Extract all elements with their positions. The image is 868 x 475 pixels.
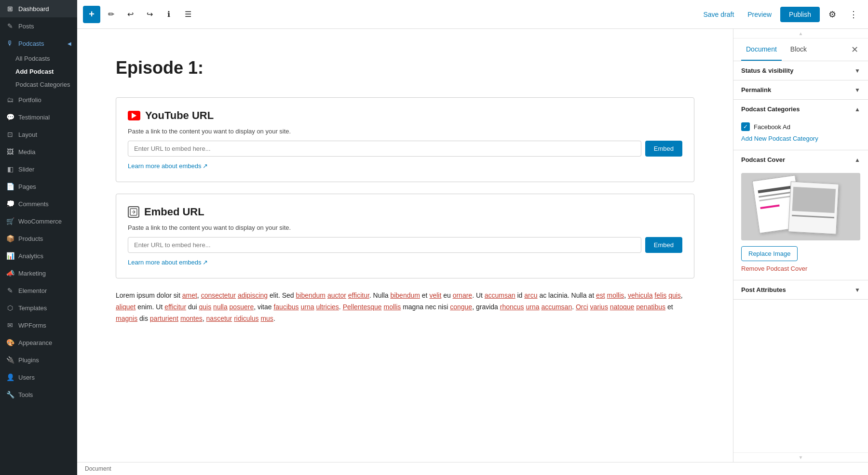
embed-url-input[interactable] xyxy=(128,237,641,253)
lorem-link-8[interactable]: velit xyxy=(429,291,441,299)
lorem-link-25[interactable]: Pellentesque xyxy=(343,303,382,311)
lorem-link-27[interactable]: congue xyxy=(450,303,472,311)
lorem-link-20[interactable]: nulla xyxy=(213,303,228,311)
youtube-embed-button[interactable]: Embed xyxy=(645,141,682,157)
settings-button[interactable]: ⚙ xyxy=(824,6,841,23)
sidebar-item-woocommerce[interactable]: 🛒 WooCommerce xyxy=(0,212,77,230)
lorem-link-6[interactable]: efficitur xyxy=(348,291,369,299)
podcast-categories-header[interactable]: Podcast Categories ▲ xyxy=(733,100,868,119)
lorem-link-29[interactable]: urna xyxy=(526,303,539,311)
sidebar-item-analytics[interactable]: 📊 Analytics xyxy=(0,247,77,264)
lorem-link-7[interactable]: bibendum xyxy=(390,291,420,299)
embed-url-button[interactable]: Embed xyxy=(645,237,682,253)
sidebar-item-appearance[interactable]: 🎨 Appearance xyxy=(0,334,77,351)
sidebar-item-portfolio[interactable]: 🗂 Portfolio xyxy=(0,91,77,108)
sidebar-item-tools[interactable]: 🔧 Tools xyxy=(0,386,77,403)
lorem-link-9[interactable]: ornare xyxy=(453,291,472,299)
sidebar-item-dashboard[interactable]: ⊞ Dashboard xyxy=(0,0,77,17)
sidebar-item-products[interactable]: 📦 Products xyxy=(0,230,77,247)
lorem-link-3[interactable]: adipiscing xyxy=(238,291,268,299)
sidebar-sub-podcast-categories[interactable]: Podcast Categories xyxy=(0,78,77,91)
sidebar-item-posts[interactable]: ✎ Posts xyxy=(0,17,77,35)
lorem-link-31[interactable]: Orci xyxy=(576,303,588,311)
podcasts-icon: 🎙 xyxy=(6,39,14,48)
lorem-link-5[interactable]: auctor xyxy=(327,291,346,299)
lorem-link-39[interactable]: ridiculus xyxy=(234,315,258,322)
sidebar-item-label: Testimonial xyxy=(18,114,50,121)
lorem-link-21[interactable]: posuere xyxy=(230,303,254,311)
lorem-link-28[interactable]: rhoncus xyxy=(500,303,524,311)
remove-podcast-cover-link[interactable]: Remove Podcast Cover xyxy=(741,265,860,272)
lorem-link-37[interactable]: montes xyxy=(180,315,203,322)
lorem-link-23[interactable]: urna xyxy=(300,303,314,311)
permalink-header[interactable]: Permalink ▼ xyxy=(733,80,868,99)
lorem-link-26[interactable]: mollis xyxy=(383,303,401,311)
lorem-link-13[interactable]: mollis xyxy=(607,291,624,299)
sidebar-sub-all-podcasts[interactable]: All Podcasts xyxy=(0,52,77,65)
lorem-link-11[interactable]: arcu xyxy=(524,291,537,299)
lorem-text-block[interactable]: Lorem ipsum dolor sit amet, consectetur … xyxy=(116,290,694,324)
sidebar-item-elementor[interactable]: ✎ Elementor xyxy=(0,282,77,299)
sidebar-item-marketing[interactable]: 📣 Marketing xyxy=(0,264,77,282)
lorem-link-14[interactable]: vehicula xyxy=(628,291,652,299)
sidebar-item-templates[interactable]: ⬡ Templates xyxy=(0,299,77,317)
lorem-link-30[interactable]: accumsan xyxy=(541,303,572,311)
lorem-link-36[interactable]: parturient xyxy=(150,315,178,322)
undo-button[interactable]: ↩ xyxy=(122,6,139,23)
lorem-link-38[interactable]: nascetur xyxy=(206,315,232,322)
editor-canvas[interactable]: Episode 1: YouTube URL Paste a link to t… xyxy=(77,29,733,462)
embed-learn-more-link[interactable]: Learn more about embeds ↗ xyxy=(128,259,208,266)
lorem-link-2[interactable]: consectetur xyxy=(201,291,236,299)
sidebar-item-slider[interactable]: ◧ Slider xyxy=(0,160,77,178)
info-button[interactable]: ℹ xyxy=(160,6,177,23)
sidebar-item-testimonial[interactable]: 💬 Testimonial xyxy=(0,108,77,126)
tab-block[interactable]: Block xyxy=(786,39,812,61)
editor-area: Episode 1: YouTube URL Paste a link to t… xyxy=(77,29,868,462)
youtube-url-input[interactable] xyxy=(128,141,641,157)
lorem-link-34[interactable]: penatibus xyxy=(636,303,665,311)
lorem-link-1[interactable]: amet xyxy=(182,291,197,299)
lorem-link-10[interactable]: accumsan xyxy=(485,291,515,299)
redo-button[interactable]: ↪ xyxy=(141,6,158,23)
youtube-learn-more-link[interactable]: Learn more about embeds ↗ xyxy=(128,162,208,170)
lorem-link-33[interactable]: natoque xyxy=(610,303,635,311)
lorem-link-35[interactable]: magnis xyxy=(116,315,137,322)
lorem-link-22[interactable]: faucibus xyxy=(273,303,298,311)
sidebar-item-media[interactable]: 🖼 Media xyxy=(0,143,77,160)
sidebar-item-wpforms[interactable]: ✉ WPForms xyxy=(0,317,77,334)
sidebar-item-comments[interactable]: 💭 Comments xyxy=(0,195,77,212)
category-label: Facebook Ad xyxy=(754,123,790,131)
sidebar-item-layout[interactable]: ⊡ Layout xyxy=(0,126,77,143)
sidebar-item-plugins[interactable]: 🔌 Plugins xyxy=(0,351,77,369)
lorem-link-15[interactable]: felis xyxy=(654,291,666,299)
list-view-button[interactable]: ☰ xyxy=(179,6,197,23)
lorem-link-40[interactable]: mus xyxy=(260,315,273,322)
facebook-ad-checkbox[interactable] xyxy=(741,122,750,131)
lorem-link-24[interactable]: ultricies xyxy=(316,303,339,311)
post-attributes-header[interactable]: Post Attributes ▼ xyxy=(733,280,868,299)
publish-button[interactable]: Publish xyxy=(780,7,820,22)
lorem-link-19[interactable]: quis xyxy=(199,303,212,311)
sidebar-item-pages[interactable]: 📄 Pages xyxy=(0,178,77,195)
panel-close-button[interactable]: ✕ xyxy=(849,39,860,61)
lorem-link-18[interactable]: efficitur xyxy=(164,303,186,311)
post-title[interactable]: Episode 1: xyxy=(116,58,694,78)
sidebar-item-podcasts[interactable]: 🎙 Podcasts ◀ xyxy=(0,35,77,52)
replace-image-button[interactable]: Replace Image xyxy=(741,246,798,261)
lorem-link-16[interactable]: quis xyxy=(668,291,681,299)
edit-mode-button[interactable]: ✏ xyxy=(102,6,120,23)
sidebar-sub-add-podcast[interactable]: Add Podcast xyxy=(0,65,77,78)
preview-button[interactable]: Preview xyxy=(743,8,776,21)
status-visibility-header[interactable]: Status & visibility ▼ xyxy=(733,61,868,80)
add-new-category-link[interactable]: Add New Podcast Category xyxy=(741,135,860,142)
more-options-button[interactable]: ⋮ xyxy=(845,6,862,23)
lorem-link-32[interactable]: varius xyxy=(590,303,608,311)
save-draft-button[interactable]: Save draft xyxy=(698,8,739,21)
tab-document[interactable]: Document xyxy=(741,39,782,61)
lorem-link-4[interactable]: bibendum xyxy=(296,291,326,299)
lorem-link-12[interactable]: est xyxy=(596,291,605,299)
sidebar-item-users[interactable]: 👤 Users xyxy=(0,369,77,386)
add-block-button[interactable]: + xyxy=(83,6,100,23)
podcast-cover-header[interactable]: Podcast Cover ▲ xyxy=(733,150,868,169)
lorem-link-17[interactable]: aliquet xyxy=(116,303,136,311)
